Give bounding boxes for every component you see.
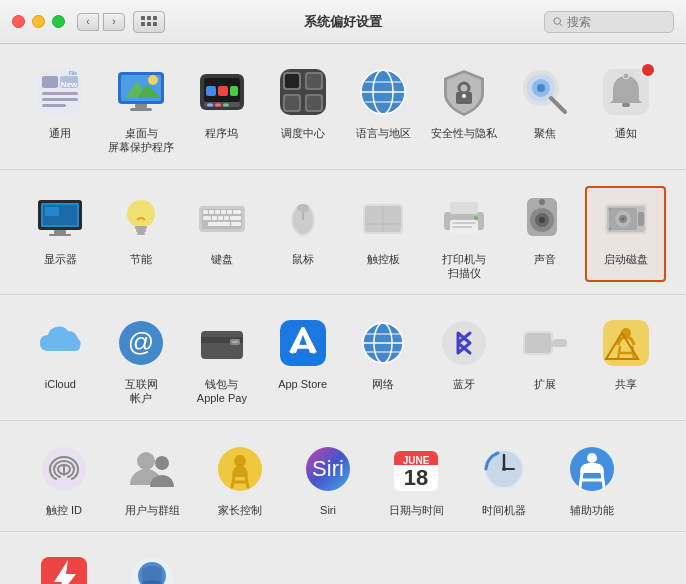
svg-rect-72	[218, 216, 223, 220]
app-yuyan[interactable]: 语言与地区	[343, 60, 424, 157]
app-qianbao[interactable]: 钱包与Apple Pay	[182, 311, 263, 408]
icon-shijianji	[476, 441, 532, 497]
app-mysql[interactable]: MySQL MySQL	[108, 548, 196, 584]
icon-icloud	[32, 315, 88, 371]
svg-rect-60	[136, 229, 146, 232]
app-jieneng[interactable]: 节能	[101, 186, 182, 283]
icon-chukongid	[36, 441, 92, 497]
app-dayinji[interactable]: 打印机与扫描仪	[424, 186, 505, 283]
svg-rect-122	[553, 339, 567, 347]
app-chengxukeng[interactable]: 程序坞	[182, 60, 263, 157]
icon-fuzhu	[564, 441, 620, 497]
icon-anquan	[436, 64, 492, 120]
content: New File 通用	[0, 44, 686, 584]
notification-badge	[640, 62, 656, 78]
icon-gongxiang	[598, 315, 654, 371]
svg-point-103	[608, 207, 611, 210]
svg-rect-5	[42, 98, 78, 101]
svg-rect-71	[212, 216, 217, 220]
app-chukongid[interactable]: 触控 ID	[20, 437, 108, 519]
app-label-riqishijian: 日期与时间	[389, 503, 444, 517]
app-siri[interactable]: Siri Siri	[284, 437, 372, 519]
svg-rect-55	[49, 234, 71, 236]
svg-text:18: 18	[404, 465, 428, 490]
svg-point-104	[608, 227, 611, 230]
icon-chengxukeng	[194, 64, 250, 120]
app-label-jujiao: 聚焦	[534, 126, 556, 140]
icon-tongzhi	[598, 64, 654, 120]
icon-jujiao	[517, 64, 573, 120]
app-qidongcipan[interactable]: 启动磁盘	[585, 186, 666, 283]
svg-rect-123	[525, 333, 551, 353]
app-label-chudiban: 触控板	[367, 252, 400, 266]
app-anquan[interactable]: 安全性与隐私	[424, 60, 505, 157]
app-kuozhan[interactable]: 扩展	[505, 311, 586, 408]
app-fuzhu[interactable]: 辅助功能	[548, 437, 636, 519]
titlebar-left: ‹ ›	[12, 11, 165, 33]
icon-mysql: MySQL	[124, 552, 180, 584]
app-shengyin[interactable]: 声音	[505, 186, 586, 283]
app-label-jieneng: 节能	[130, 252, 152, 266]
traffic-lights	[12, 15, 65, 28]
forward-button[interactable]: ›	[103, 13, 125, 31]
app-label-icloud: iCloud	[45, 377, 76, 391]
app-jiazhanggongkong[interactable]: 家长控制	[196, 437, 284, 519]
app-flash[interactable]: Flash Player	[20, 548, 108, 584]
svg-rect-102	[638, 212, 644, 226]
app-jujiao[interactable]: 聚焦	[505, 60, 586, 157]
app-riqishijian[interactable]: JUNE 18 日期与时间	[372, 437, 460, 519]
svg-point-58	[127, 200, 155, 228]
app-jianpan[interactable]: 键盘	[182, 186, 263, 283]
app-icloud[interactable]: iCloud	[20, 311, 101, 408]
svg-rect-66	[215, 210, 220, 214]
app-label-fuzhu: 辅助功能	[570, 503, 614, 517]
app-label-qianbao: 钱包与Apple Pay	[197, 377, 247, 406]
svg-rect-88	[452, 222, 476, 224]
svg-rect-31	[285, 74, 299, 88]
svg-text:File: File	[69, 70, 77, 76]
back-button[interactable]: ‹	[77, 13, 99, 31]
app-tongyong[interactable]: New File 通用	[20, 60, 101, 157]
app-lanya[interactable]: 蓝牙	[424, 311, 505, 408]
app-yonghu[interactable]: 用户与群组	[108, 437, 196, 519]
search-box[interactable]	[544, 11, 674, 33]
app-xianshiqi[interactable]: 显示器	[20, 186, 101, 283]
app-label-dayinji: 打印机与扫描仪	[442, 252, 486, 281]
app-zhuomian[interactable]: 桌面与屏幕保护程序	[101, 60, 182, 157]
svg-point-14	[148, 75, 158, 85]
icon-wangluo	[355, 315, 411, 371]
grid-icon	[141, 16, 158, 27]
close-button[interactable]	[12, 15, 25, 28]
svg-point-120	[442, 321, 486, 365]
app-gongxiang[interactable]: 共享	[585, 311, 666, 408]
section2-grid: 显示器 节能	[20, 186, 666, 283]
svg-point-51	[623, 73, 629, 79]
svg-rect-50	[622, 103, 630, 107]
fullscreen-button[interactable]	[52, 15, 65, 28]
icon-chudiban	[355, 190, 411, 246]
svg-rect-34	[307, 96, 321, 110]
icon-yuyan	[355, 64, 411, 120]
icon-jieneng	[113, 190, 169, 246]
app-shubiao[interactable]: 鼠标	[262, 186, 343, 283]
app-hulianwang[interactable]: @ 互联网帐户	[101, 311, 182, 408]
app-label-chukongid: 触控 ID	[46, 503, 82, 517]
search-input[interactable]	[567, 15, 665, 29]
icon-qidongcipan	[598, 190, 654, 246]
app-appstore[interactable]: A App Store	[262, 311, 343, 408]
svg-text:New: New	[61, 80, 78, 89]
svg-text:@: @	[128, 327, 154, 357]
svg-rect-76	[231, 222, 241, 226]
svg-rect-4	[42, 92, 78, 95]
app-tongzhi[interactable]: 通知	[585, 60, 666, 157]
app-tiaoduzhongxin[interactable]: 调度中心	[262, 60, 343, 157]
minimize-button[interactable]	[32, 15, 45, 28]
svg-line-48	[551, 98, 565, 112]
app-shijianji[interactable]: 时间机器	[460, 437, 548, 519]
svg-rect-75	[208, 222, 230, 226]
app-chudiban[interactable]: 触控板	[343, 186, 424, 283]
app-label-gongxiang: 共享	[615, 377, 637, 391]
app-wangluo[interactable]: 网络	[343, 311, 424, 408]
svg-rect-64	[203, 210, 208, 214]
grid-view-button[interactable]	[133, 11, 165, 33]
